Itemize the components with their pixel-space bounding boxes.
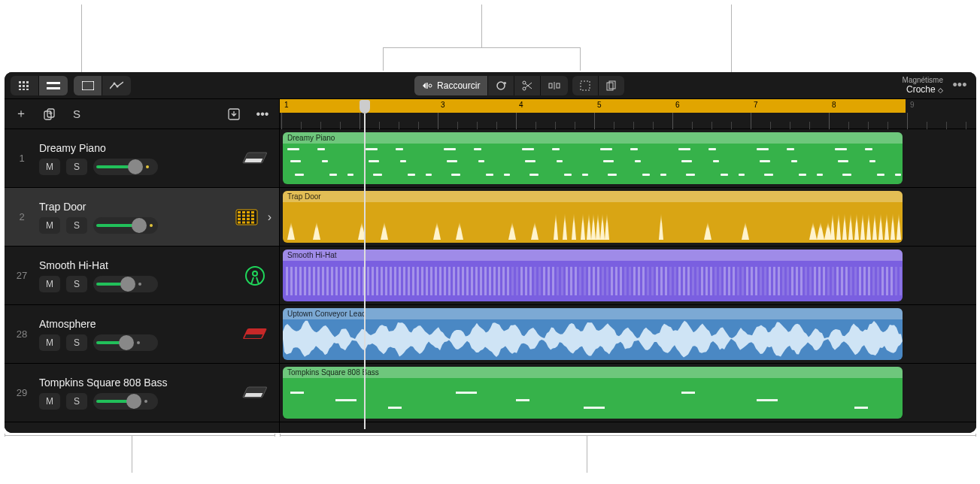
svg-rect-14 — [426, 83, 428, 89]
svg-rect-56 — [244, 334, 262, 338]
ellipsis-icon: ••• — [256, 107, 269, 121]
bar-number: 7 — [754, 101, 758, 109]
more-menu-button[interactable]: ••• — [949, 77, 970, 93]
svg-rect-45 — [247, 218, 250, 220]
add-track-button[interactable]: ＋ — [12, 105, 30, 123]
solo-button[interactable]: S — [66, 159, 87, 175]
top-toolbar: Raccourcir — [5, 72, 976, 99]
solo-button[interactable]: S — [66, 276, 87, 292]
mute-button[interactable]: M — [39, 276, 60, 292]
library-button[interactable] — [11, 76, 39, 95]
playhead[interactable] — [360, 100, 370, 113]
svg-rect-10 — [47, 87, 60, 89]
svg-rect-42 — [251, 214, 254, 216]
svg-rect-43 — [238, 218, 241, 220]
split-tool-button[interactable] — [541, 76, 568, 95]
bar-number: 1 — [284, 101, 289, 109]
svg-rect-58 — [244, 393, 262, 397]
ruler[interactable]: 123456789 — [280, 99, 976, 129]
track-header[interactable]: 29 Tompkins Square 808 Bass M S — [5, 364, 279, 422]
track-name: Trap Door — [39, 201, 230, 213]
region-row: Trap Door — [280, 188, 976, 247]
svg-rect-11 — [82, 81, 94, 90]
instrument-icon — [238, 265, 272, 287]
mute-button[interactable]: M — [39, 159, 60, 175]
snap-setting[interactable]: Magnétisme Croche ◇ — [903, 76, 943, 95]
region[interactable]: Dreamy Piano — [283, 132, 903, 184]
svg-rect-8 — [26, 89, 29, 90]
region[interactable]: Tompkins Square 808 Bass — [283, 367, 903, 419]
track-name: Tompkins Square 808 Bass — [39, 377, 238, 389]
scissors-tool-button[interactable] — [514, 76, 541, 95]
plus-icon: ＋ — [15, 106, 27, 122]
region[interactable]: Smooth Hi-Hat — [283, 250, 903, 301]
scissors-icon — [522, 80, 532, 91]
mute-button[interactable]: M — [39, 334, 60, 351]
bar-number: 8 — [832, 101, 836, 109]
track-header[interactable]: 28 Atmosphere M S — [5, 305, 279, 364]
region-label: Uptown Conveyor Lead — [283, 308, 903, 319]
instrument-icon — [238, 151, 272, 166]
track-number: 28 — [5, 328, 39, 340]
svg-rect-39 — [238, 214, 241, 216]
svg-point-12 — [114, 82, 116, 84]
import-button[interactable] — [225, 105, 243, 123]
duplicate-track-button[interactable] — [41, 105, 59, 123]
automation-mode-button[interactable] — [102, 76, 131, 95]
svg-rect-44 — [242, 218, 245, 220]
copy-tool-button[interactable] — [599, 76, 624, 95]
volume-slider[interactable] — [93, 334, 158, 351]
tracks-button[interactable] — [39, 76, 68, 95]
trim-label: Raccourcir — [437, 80, 480, 91]
track-number: 1 — [5, 153, 39, 164]
volume-slider[interactable] — [93, 217, 158, 234]
volume-slider[interactable] — [93, 393, 158, 410]
track-options-button[interactable]: ••• — [253, 105, 272, 123]
track-header[interactable]: 27 Smooth Hi-Hat M S — [5, 247, 279, 305]
chevron-right-icon[interactable]: › — [263, 210, 272, 224]
display-mode-group — [74, 76, 131, 95]
region-label: Tompkins Square 808 Bass — [283, 367, 903, 378]
track-number: 2 — [5, 211, 39, 222]
bar-number: 3 — [441, 101, 445, 109]
track-header[interactable]: 2 Trap Door M S › — [5, 188, 279, 247]
instrument-icon — [230, 209, 263, 225]
bar-number: 9 — [910, 101, 915, 109]
tracks-icon — [47, 81, 60, 90]
marquee-tool-button[interactable] — [572, 76, 599, 95]
bar-number: 4 — [519, 101, 523, 109]
svg-rect-4 — [23, 85, 25, 87]
global-solo-button[interactable]: S — [69, 107, 84, 120]
instrument-icon — [238, 386, 272, 401]
solo-button[interactable]: S — [66, 393, 87, 410]
mute-button[interactable]: M — [39, 217, 60, 234]
svg-line-20 — [525, 83, 532, 88]
app-window: Raccourcir — [5, 72, 976, 433]
split-icon — [548, 80, 560, 91]
svg-rect-41 — [247, 214, 250, 216]
svg-rect-2 — [26, 81, 29, 83]
track-header[interactable]: 1 Dreamy Piano M S — [5, 129, 279, 188]
svg-rect-5 — [26, 85, 29, 87]
timeline[interactable]: Dreamy Piano Trap Door Smooth Hi-Hat Upt… — [280, 129, 976, 433]
svg-rect-22 — [557, 83, 560, 88]
loop-tool-button[interactable] — [488, 76, 514, 95]
svg-rect-9 — [47, 82, 60, 84]
region[interactable]: Uptown Conveyor Lead — [283, 308, 903, 360]
region-row: Smooth Hi-Hat — [280, 247, 976, 305]
automation-icon — [110, 81, 123, 90]
svg-line-54 — [256, 277, 259, 284]
region-mode-button[interactable] — [74, 76, 102, 95]
solo-button[interactable]: S — [66, 217, 87, 234]
solo-button[interactable]: S — [66, 334, 87, 351]
volume-slider[interactable] — [93, 159, 158, 175]
svg-rect-49 — [247, 221, 250, 223]
import-icon — [228, 108, 240, 120]
mute-button[interactable]: M — [39, 393, 60, 410]
region[interactable]: Trap Door — [283, 191, 903, 243]
svg-rect-47 — [238, 221, 241, 223]
region-row: Uptown Conveyor Lead — [280, 305, 976, 364]
trim-tool-button[interactable]: Raccourcir — [414, 76, 488, 95]
svg-rect-35 — [238, 211, 241, 213]
volume-slider[interactable] — [93, 276, 158, 292]
